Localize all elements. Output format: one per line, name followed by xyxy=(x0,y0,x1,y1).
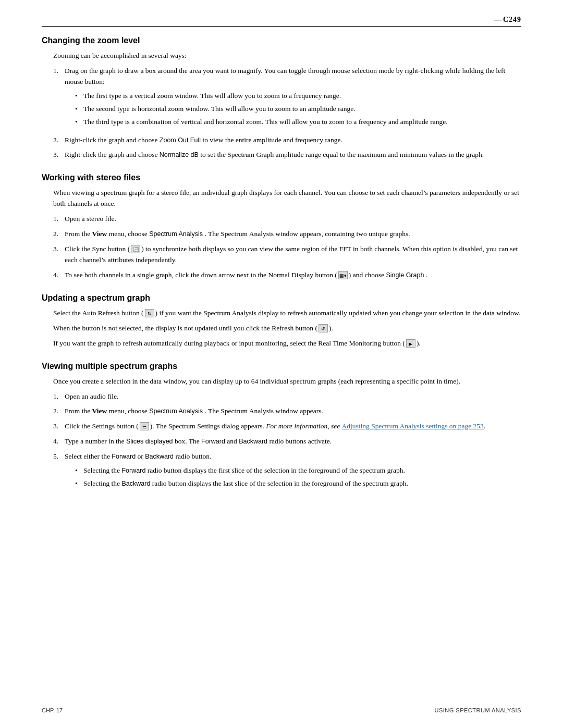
multiple-item-5-code1: Forward xyxy=(112,453,136,460)
footer-chapter: CHP. 17 xyxy=(42,707,63,713)
multiple-item-2-num: 2. xyxy=(53,406,65,417)
stereo-item-4-content: To see both channels in a single graph, … xyxy=(65,270,521,281)
stereo-item-4-code: Single Graph xyxy=(386,272,424,279)
auto-refresh-icon: ↻ xyxy=(145,309,154,317)
stereo-item-2-num: 2. xyxy=(53,229,65,240)
stereo-item-3: 3. Click the Sync button (🔄) to synchron… xyxy=(53,244,521,266)
page-number: C249 xyxy=(494,16,521,24)
multiple-item-4-end: radio buttons activate. xyxy=(267,437,332,445)
multiple-item-2: 2. From the View menu, choose Spectrum A… xyxy=(53,406,521,417)
zoom-bullet-2: • The second type is horizontal zoom win… xyxy=(75,104,521,115)
normal-display-icon: ▦▾ xyxy=(338,271,348,279)
stereo-item-1-content: Open a stereo file. xyxy=(65,214,521,225)
multiple-item-3-mid: ). The Spectrum Settings dialog appears.… xyxy=(150,422,342,430)
page-container: C249 Changing the zoom level Zooming can… xyxy=(0,0,563,728)
multiple-item-4: 4. Type a number in the Slices displayed… xyxy=(53,436,521,447)
stereo-intro: When viewing a spectrum graph for a ster… xyxy=(53,188,521,209)
multiple-item-5-before: Select either the xyxy=(65,452,112,460)
section-updating: Updating a spectrum graph Select the Aut… xyxy=(42,293,521,349)
zoom-item-2-code: Zoom Out Full xyxy=(160,137,201,144)
mb2-after: radio button displays the last slice of … xyxy=(150,479,408,487)
zoom-list: 1. Drag on the graph to draw a box aroun… xyxy=(53,66,521,161)
mb2-before: Selecting the xyxy=(83,479,121,487)
stereo-item-4-before: To see both channels in a single graph, … xyxy=(65,271,337,279)
multiple-bullet-2-text: Selecting the Backward radio button disp… xyxy=(83,478,521,489)
zoom-item-3-code: Normalize dB xyxy=(160,151,199,158)
zoom-item-2-content: Right-click the graph and choose Zoom Ou… xyxy=(65,135,521,146)
section-multiple: Viewing multiple spectrum graphs Once yo… xyxy=(42,362,521,492)
stereo-item-2-before: From the xyxy=(65,230,92,238)
multiple-item-3: 3. Click the Settings button (☰). The Sp… xyxy=(53,421,521,432)
zoom-bullet-1-text: The first type is a vertical zoom window… xyxy=(83,91,521,102)
multiple-bullet-1: • Selecting the Forward radio button dis… xyxy=(75,465,521,476)
stereo-item-1: 1. Open a stereo file. xyxy=(53,214,521,225)
multiple-item-2-before: From the xyxy=(65,407,92,415)
zoom-item-2-after: to view the entire amplitude and frequen… xyxy=(201,136,342,144)
link-page: on page 253 xyxy=(447,422,483,430)
realtime-icon: ▶ xyxy=(406,339,415,348)
sync-icon: 🔄 xyxy=(131,245,140,253)
mb2-code: Backward xyxy=(121,480,150,487)
stereo-item-2-middle: menu, choose xyxy=(107,230,149,238)
zoom-bullets: • The first type is a vertical zoom wind… xyxy=(75,91,521,128)
multiple-bullet-2: • Selecting the Backward radio button di… xyxy=(75,478,521,489)
stereo-item-2-bold: View xyxy=(92,230,107,238)
zoom-item-3-after: to set the Spectrum Graph amplitude rang… xyxy=(199,151,484,158)
bullet-dot: • xyxy=(75,117,83,128)
multiple-item-3-num: 3. xyxy=(53,421,65,432)
bullet-dot: • xyxy=(75,91,83,102)
footer: CHP. 17 USING SPECTRUM ANALYSIS xyxy=(42,707,521,713)
section-title-multiple: Viewing multiple spectrum graphs xyxy=(42,362,521,371)
zoom-bullet-2-text: The second type is horizontal zoom windo… xyxy=(83,104,521,115)
updating-para-3-after: ). xyxy=(417,339,421,347)
stereo-item-4-after: ) and choose xyxy=(349,271,386,279)
zoom-bullet-1: • The first type is a vertical zoom wind… xyxy=(75,91,521,102)
spectrum-analysis-link[interactable]: Adjusting Spectrum Analysis settings xyxy=(342,422,448,430)
settings-icon: ☰ xyxy=(140,422,149,430)
section-title-zoom: Changing the zoom level xyxy=(42,36,521,45)
bullet-dot: • xyxy=(75,465,83,476)
stereo-item-2: 2. From the View menu, choose Spectrum A… xyxy=(53,229,521,240)
stereo-item-2-after: . The Spectrum Analysis window appears, … xyxy=(203,230,410,238)
multiple-item-1-text: Open an audio file. xyxy=(65,392,118,400)
mb1-code: Forward xyxy=(121,467,145,474)
updating-para-1-after: ) if you want the Spectrum Analysis disp… xyxy=(155,309,521,317)
multiple-item-2-content: From the View menu, choose Spectrum Anal… xyxy=(65,406,521,417)
section-stereo: Working with stereo files When viewing a… xyxy=(42,173,521,280)
zoom-bullet-3: • The third type is a combination of ver… xyxy=(75,117,521,128)
section-title-updating: Updating a spectrum graph xyxy=(42,293,521,303)
italic-text: For more information, see xyxy=(266,422,341,430)
multiple-item-5-code2: Backward xyxy=(145,453,174,460)
multiple-intro: Once you create a selection in the data … xyxy=(53,376,521,387)
zoom-item-1: 1. Drag on the graph to draw a box aroun… xyxy=(53,66,521,131)
multiple-item-4-mid2: and xyxy=(225,437,239,445)
multiple-item-4-before: Type a number in the xyxy=(65,437,126,445)
stereo-item-3-before: Click the Sync button ( xyxy=(65,245,130,253)
stereo-item-3-content: Click the Sync button (🔄) to synchronize… xyxy=(65,244,521,266)
zoom-item-3-before: Right-click the graph and choose xyxy=(65,151,160,158)
updating-para-2: When the button is not selected, the dis… xyxy=(53,323,521,334)
stereo-item-4: 4. To see both channels in a single grap… xyxy=(53,270,521,281)
updating-para-2-after: ). xyxy=(329,324,333,332)
multiple-item-4-content: Type a number in the Slices displayed bo… xyxy=(65,436,521,447)
updating-para-1: Select the Auto Refresh button (↻) if yo… xyxy=(53,308,521,319)
multiple-item-2-bold: View xyxy=(92,407,107,415)
multiple-item-3-content: Click the Settings button (☰). The Spect… xyxy=(65,421,521,432)
multiple-item-5-content: Select either the Forward or Backward ra… xyxy=(65,451,521,492)
zoom-item-3-num: 3. xyxy=(53,150,65,161)
mb1-after: radio button displays the first slice of… xyxy=(145,466,405,474)
updating-para-3-before: If you want the graph to refresh automat… xyxy=(53,339,405,347)
stereo-item-3-num: 3. xyxy=(53,244,65,266)
stereo-item-2-content: From the View menu, choose Spectrum Anal… xyxy=(65,229,521,240)
multiple-bullet-1-text: Selecting the Forward radio button displ… xyxy=(83,465,521,476)
multiple-item-1-num: 1. xyxy=(53,391,65,402)
multiple-item-4-code2: Forward xyxy=(201,438,225,445)
multiple-bullets: • Selecting the Forward radio button dis… xyxy=(75,465,521,489)
updating-para-1-before: Select the Auto Refresh button ( xyxy=(53,309,144,317)
zoom-item-1-content: Drag on the graph to draw a box around t… xyxy=(65,66,521,131)
updating-para-2-before: When the button is not selected, the dis… xyxy=(53,324,317,332)
stereo-item-2-code: Spectrum Analysis xyxy=(149,230,203,238)
multiple-item-5-num: 5. xyxy=(53,451,65,492)
multiple-list: 1. Open an audio file. 2. From the View … xyxy=(53,391,521,492)
multiple-item-2-code: Spectrum Analysis xyxy=(149,408,203,415)
